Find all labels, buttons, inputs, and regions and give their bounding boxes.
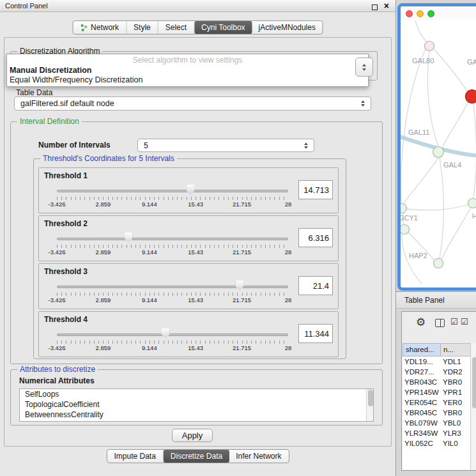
node-gcy1[interactable] [401, 204, 407, 213]
tab-impute-label: Impute Data [114, 452, 155, 461]
threshold-4-slider[interactable] [57, 327, 288, 340]
cell: YDR2 [441, 367, 470, 377]
slider-thumb[interactable] [186, 185, 194, 195]
cell: YER054C [403, 397, 441, 408]
close-traffic-light[interactable] [406, 10, 413, 17]
threshold-3-value-field[interactable]: 21.4 [298, 276, 333, 295]
threshold-1-value-field[interactable]: 14.713 [298, 180, 333, 199]
node-label-gal11: GAL11 [408, 128, 429, 136]
table-row[interactable]: YDL19...YDL1 [403, 357, 470, 367]
slider-scale: -3.426 2.859 9.144 15.43 21.715 28 [57, 201, 288, 208]
tab-jactivemnodules[interactable]: jActiveMNodules [252, 21, 323, 34]
number-of-intervals-combobox[interactable]: 5 [137, 139, 314, 152]
close-icon[interactable]: × [384, 1, 389, 11]
list-scrollbar[interactable] [366, 389, 373, 421]
bottom-tabbar: Impute Data Discretize Data Infer Networ… [106, 449, 289, 463]
threshold-2-label: Threshold 2 [44, 219, 88, 228]
tab-discretize-data[interactable]: Discretize Data [164, 450, 229, 463]
top-tabbar: Network Style Select Cyni Toolbox jActiv… [72, 20, 323, 35]
scale-label: 2.859 [96, 296, 111, 303]
algorithm-dropdown-popup: Select algorithm to view settings Manual… [6, 54, 369, 87]
list-item[interactable]: SelfLoops [20, 389, 373, 399]
table-row[interactable]: YER054CYER0 [403, 397, 470, 408]
scale-label: 9.144 [142, 296, 157, 303]
tab-network[interactable]: Network [73, 21, 127, 34]
apply-button[interactable]: Apply [172, 429, 213, 442]
minimize-traffic-light[interactable] [417, 10, 424, 17]
combo-arrows-icon [361, 100, 365, 107]
scale-label: 28 [285, 344, 292, 351]
zoom-traffic-light[interactable] [427, 10, 434, 17]
scale-label: 2.859 [96, 344, 111, 351]
threshold-3-panel: Threshold 3 -3.426 2.859 9.144 15.43 21.… [38, 263, 339, 309]
tab-discretize-label: Discretize Data [171, 452, 222, 461]
tab-infer-network[interactable]: Infer Network [229, 450, 288, 463]
scale-label: -3.426 [49, 344, 66, 351]
checkbox-icon[interactable]: ☑ [450, 317, 458, 326]
scale-label: 15.43 [188, 296, 203, 303]
column-header-shared-name[interactable]: shared... [403, 343, 441, 357]
tab-cyni-label: Cyni Toolbox [201, 23, 245, 32]
table-row[interactable]: YLR345WYLR3 [403, 428, 470, 438]
scale-label: 28 [285, 296, 292, 303]
slider-thumb[interactable] [162, 328, 170, 339]
attributes-group-title: Attributes to discretize [17, 365, 98, 374]
slider-ticks [57, 197, 288, 200]
scale-label: 9.144 [142, 249, 157, 256]
algorithm-option-equal-width[interactable]: Equal Width/Frequency Discretization [7, 75, 368, 84]
table-row[interactable]: YDR27...YDR2 [403, 367, 470, 377]
tab-cyni-toolbox[interactable]: Cyni Toolbox [194, 21, 252, 34]
scrollbar-thumb[interactable] [368, 390, 373, 406]
tab-style-label: Style [134, 23, 151, 32]
network-graph-canvas[interactable]: GAL80 GA GAL11 GAL4 GCY1 HAP2 H [401, 20, 476, 288]
node-label-h-partial: H [472, 212, 476, 220]
cell: YDL1 [441, 357, 470, 367]
table-body: YDL19...YDL1 YDR27...YDR2 YBR043CYBR0 YP… [403, 357, 470, 470]
slider-thumb[interactable] [125, 233, 133, 243]
gear-icon[interactable]: ⚙ [416, 316, 426, 329]
tab-style[interactable]: Style [127, 21, 158, 34]
table-row[interactable]: YPR145WYPR1 [403, 387, 470, 397]
table-panel-title: Table Panel [404, 296, 445, 305]
threshold-2-slider[interactable] [57, 231, 288, 244]
number-of-intervals-value: 5 [144, 141, 148, 150]
scrollbar-thumb[interactable] [472, 357, 476, 408]
table-data-combobox[interactable]: galFiltered.sif default node [14, 96, 371, 111]
list-item[interactable]: BetweennessCentrality [20, 410, 373, 420]
slider-scale: -3.426 2.859 9.144 15.43 21.715 28 [57, 344, 288, 351]
float-window-icon[interactable] [372, 4, 378, 10]
node[interactable] [468, 199, 476, 208]
node-gal80[interactable] [425, 42, 434, 51]
node-gal4[interactable] [433, 147, 444, 158]
node[interactable] [401, 225, 410, 234]
tab-impute-data[interactable]: Impute Data [107, 450, 163, 463]
table-row[interactable]: YBL079WYBL0 [403, 418, 470, 428]
algorithm-placeholder: Select algorithm to view settings [7, 54, 368, 65]
threshold-3-slider[interactable] [57, 279, 288, 292]
table-row[interactable]: YBR043CYBR0 [403, 377, 470, 387]
node-hap2[interactable] [434, 259, 443, 268]
cell: YDL19... [403, 357, 441, 367]
threshold-1-slider[interactable] [57, 183, 288, 196]
table-row[interactable]: YIL052CYIL0 [403, 438, 470, 449]
columns-icon[interactable] [435, 319, 445, 327]
table-row[interactable]: YBR045CYBR0 [403, 408, 470, 418]
tab-select[interactable]: Select [158, 21, 194, 34]
threshold-3-label: Threshold 3 [44, 267, 88, 276]
control-panel-titlebar: Control Panel × [0, 0, 395, 12]
threshold-4-value-field[interactable]: 11.344 [298, 324, 333, 343]
algorithm-option-manual[interactable]: Manual Discretization [7, 65, 368, 75]
cell: YBR0 [441, 408, 470, 418]
node-selected-red[interactable] [466, 90, 476, 104]
slider-thumb[interactable] [235, 280, 243, 291]
algorithm-combobox-stepper[interactable] [355, 58, 373, 77]
scale-label: 21.715 [233, 296, 251, 303]
cell: YBL0 [441, 418, 470, 428]
table-data-value: galFiltered.sif default node [20, 99, 114, 108]
table-scrollbar[interactable] [470, 343, 476, 470]
list-item[interactable]: TopologicalCoefficient [20, 399, 373, 410]
cell: YER0 [441, 397, 470, 408]
checkbox-icon[interactable]: ☑ [461, 317, 468, 326]
threshold-2-value-field[interactable]: 6.316 [298, 228, 333, 247]
slider-track [57, 190, 288, 192]
